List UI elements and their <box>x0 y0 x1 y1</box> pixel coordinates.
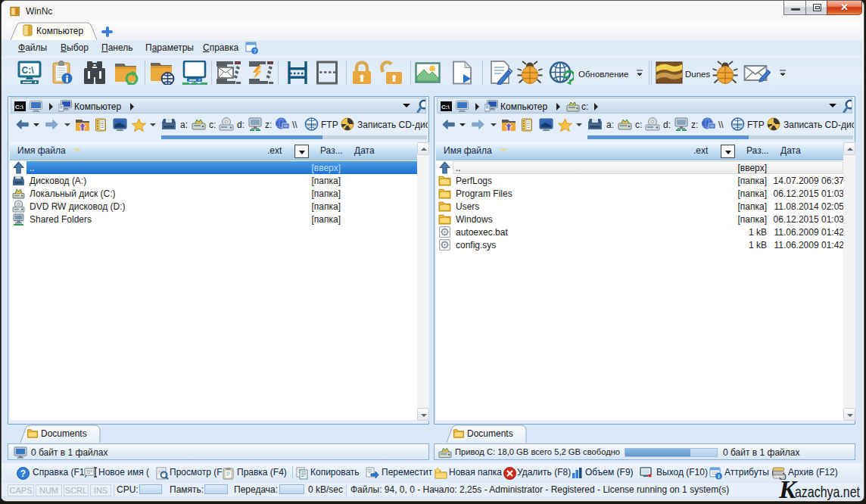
svg-text:C:\: C:\ <box>15 104 23 110</box>
svg-text:i: i <box>718 473 719 480</box>
svg-text:?: ? <box>20 468 26 479</box>
svg-text:?: ? <box>253 48 257 54</box>
svg-text:C:\: C:\ <box>22 65 35 76</box>
svg-text:C:\: C:\ <box>441 104 450 110</box>
svg-text:azachya.net: azachya.net <box>795 483 860 500</box>
svg-text:mbits: mbits <box>734 123 743 127</box>
svg-text:mbits: mbits <box>307 123 316 127</box>
